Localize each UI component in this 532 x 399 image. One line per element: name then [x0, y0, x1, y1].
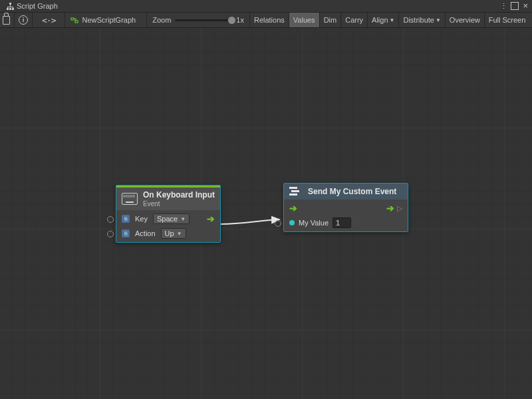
- window-titlebar: Script Graph ⋮ ×: [0, 0, 532, 13]
- node-input-myvalue: My Value 1: [284, 215, 408, 230]
- align-dropdown[interactable]: Align▼: [368, 13, 399, 27]
- svg-rect-9: [75, 21, 78, 23]
- zoom-slider-handle[interactable]: [228, 17, 235, 24]
- close-icon[interactable]: ×: [523, 3, 528, 9]
- zoom-control[interactable]: Zoom 1x: [147, 13, 250, 27]
- input-port[interactable]: [275, 220, 281, 227]
- flow-output-port[interactable]: ➔: [207, 213, 215, 224]
- svg-rect-5: [7, 7, 13, 7]
- distribute-dropdown[interactable]: Distribute▼: [399, 13, 445, 27]
- svg-rect-2: [9, 8, 11, 10]
- values-button[interactable]: Values: [289, 13, 320, 27]
- value-field[interactable]: 1: [332, 217, 351, 228]
- svg-rect-1: [7, 8, 9, 10]
- node-input-action: ⎘ Action Up ▼: [116, 226, 220, 241]
- svg-rect-7: [13, 7, 13, 8]
- event-send-icon: [289, 186, 303, 197]
- node-title: On Keyboard Input: [143, 190, 215, 200]
- action-dropdown[interactable]: Up ▼: [161, 228, 186, 239]
- dropdown-value: Up: [165, 229, 174, 237]
- value-port-icon: ⎘: [122, 229, 130, 237]
- overview-button[interactable]: Overview: [446, 13, 485, 27]
- node-header[interactable]: Send My Custom Event: [284, 184, 408, 200]
- chevron-down-icon: ▼: [180, 216, 186, 222]
- svg-rect-6: [7, 7, 8, 8]
- flow-input-port[interactable]: ➔: [289, 203, 297, 213]
- input-label: Action: [135, 229, 156, 237]
- chevron-down-icon: ▼: [390, 17, 395, 23]
- input-label: Key: [135, 215, 148, 223]
- input-port[interactable]: [107, 231, 114, 237]
- graph-hierarchy-icon: [7, 3, 14, 10]
- svg-rect-12: [289, 194, 297, 196]
- keyboard-icon: [122, 193, 138, 205]
- canvas-grid: [0, 28, 532, 399]
- chevron-down-icon: ▼: [177, 231, 182, 237]
- script-graph-icon: [70, 16, 78, 24]
- chevron-down-icon: ▼: [436, 17, 441, 23]
- input-port[interactable]: [107, 216, 114, 223]
- value-port-icon[interactable]: [289, 220, 295, 225]
- flow-output-port[interactable]: ➔: [386, 203, 394, 213]
- lock-icon[interactable]: [3, 16, 10, 25]
- maximize-icon[interactable]: [511, 2, 519, 10]
- node-input-key: ⎘ Key Space ▼ ➔: [116, 211, 220, 226]
- fullscreen-button[interactable]: Full Screen: [485, 13, 530, 27]
- relations-button[interactable]: Relations: [250, 13, 289, 27]
- zoom-value: 1x: [236, 16, 244, 24]
- svg-rect-4: [10, 5, 11, 7]
- zoom-slider[interactable]: [175, 19, 232, 21]
- node-flow-row: ➔ ➔ ▷: [284, 201, 408, 215]
- node-on-keyboard-input[interactable]: On Keyboard Input Event ⎘ Key Space ▼ ➔ …: [116, 185, 221, 243]
- key-dropdown[interactable]: Space ▼: [153, 213, 190, 224]
- info-icon[interactable]: i: [19, 15, 28, 25]
- node-title: Send My Custom Event: [308, 187, 396, 196]
- node-subtitle: Event: [143, 200, 215, 207]
- input-label: My Value: [299, 219, 329, 227]
- window-title: Script Graph: [17, 2, 58, 10]
- svg-rect-10: [289, 187, 297, 189]
- zoom-label: Zoom: [152, 16, 171, 24]
- dim-button[interactable]: Dim: [320, 13, 342, 27]
- graph-breadcrumb[interactable]: NewScriptGraph: [65, 13, 147, 27]
- svg-rect-0: [9, 3, 11, 5]
- svg-rect-8: [71, 18, 74, 20]
- graph-name: NewScriptGraph: [82, 16, 136, 24]
- code-brackets-icon[interactable]: <·>: [42, 15, 55, 25]
- trigger-output-icon[interactable]: ▷: [397, 204, 402, 213]
- carry-button[interactable]: Carry: [341, 13, 368, 27]
- svg-rect-3: [12, 8, 14, 10]
- toolbar: i <·> NewScriptGraph Zoom 1x Relations V…: [0, 13, 532, 28]
- graph-canvas[interactable]: On Keyboard Input Event ⎘ Key Space ▼ ➔ …: [0, 28, 532, 399]
- value-port-icon: ⎘: [122, 215, 130, 223]
- svg-rect-11: [291, 190, 299, 192]
- dropdown-value: Space: [157, 215, 178, 223]
- window-tab[interactable]: Script Graph: [3, 0, 62, 12]
- node-header[interactable]: On Keyboard Input Event: [116, 188, 220, 210]
- window-menu-icon[interactable]: ⋮: [500, 2, 507, 11]
- node-send-my-custom-event[interactable]: Send My Custom Event ➔ ➔ ▷ My Value 1: [283, 183, 408, 232]
